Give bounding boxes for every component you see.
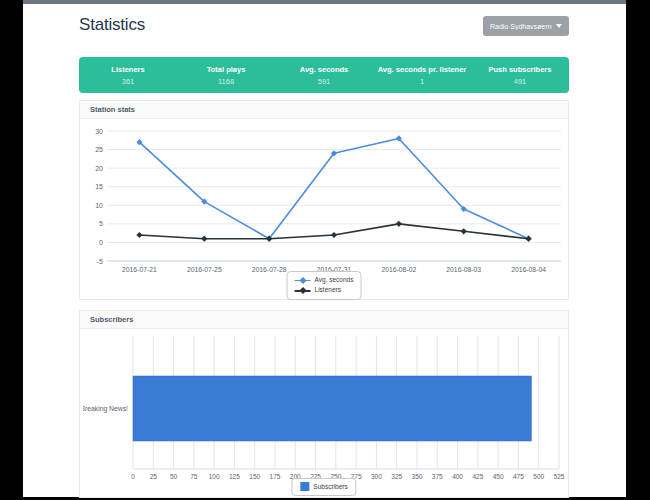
subscribers-panel-header: Subscribers <box>80 311 568 329</box>
svg-text:525: 525 <box>554 473 565 480</box>
svg-text:0: 0 <box>131 473 135 480</box>
svg-text:500: 500 <box>533 473 544 480</box>
caret-down-icon <box>556 24 562 28</box>
svg-text:2016-07-25: 2016-07-25 <box>187 266 222 273</box>
svg-text:2016-08-04: 2016-08-04 <box>511 266 546 273</box>
svg-text:Breaking News!: Breaking News! <box>83 405 128 413</box>
svg-text:0: 0 <box>99 239 103 246</box>
legend-item-avg-seconds: Avg. seconds <box>295 275 354 285</box>
stat-value: 591 <box>275 77 373 86</box>
svg-text:5: 5 <box>99 220 103 227</box>
stat-label: Total plays <box>177 65 275 74</box>
svg-text:375: 375 <box>432 473 443 480</box>
legend-item-listeners: Listeners <box>295 285 354 295</box>
bar-swatch-icon <box>300 482 309 491</box>
stat-push-subscribers: Push subscribers 491 <box>471 65 569 86</box>
line-marker-icon <box>295 287 311 294</box>
svg-text:475: 475 <box>513 473 524 480</box>
line-chart-legend: Avg. seconds Listeners <box>287 271 362 300</box>
station-stats-line-chart: 302520151050-52016-07-212016-07-252016-0… <box>83 121 565 275</box>
svg-text:300: 300 <box>371 473 382 480</box>
svg-text:25: 25 <box>95 146 103 153</box>
station-stats-panel-header: Station stats <box>80 101 568 119</box>
stat-listeners: Listeners 361 <box>79 65 177 86</box>
subscribers-bar-chart: 0255075100125150175200225250275300325350… <box>83 331 565 483</box>
legend-label: Avg. seconds <box>315 275 354 285</box>
svg-text:350: 350 <box>412 473 423 480</box>
stat-value: 361 <box>79 77 177 86</box>
station-stats-panel: Station stats 302520151050-52016-07-2120… <box>79 100 569 300</box>
svg-text:10: 10 <box>95 202 103 209</box>
svg-text:30: 30 <box>95 128 103 135</box>
svg-text:325: 325 <box>391 473 402 480</box>
svg-text:175: 175 <box>270 473 281 480</box>
stat-avg-seconds: Avg. seconds 591 <box>275 65 373 86</box>
station-selector-dropdown[interactable]: Radio Sydhavsøerne <box>483 16 569 36</box>
svg-text:2016-08-03: 2016-08-03 <box>446 266 481 273</box>
svg-text:2016-07-28: 2016-07-28 <box>252 266 287 273</box>
svg-text:75: 75 <box>190 473 198 480</box>
svg-text:150: 150 <box>249 473 260 480</box>
svg-text:2016-08-02: 2016-08-02 <box>381 266 416 273</box>
subscribers-panel: Subscribers 0255075100125150175200225250… <box>79 310 569 498</box>
stat-label: Avg. seconds pr. listener <box>373 65 471 74</box>
svg-text:125: 125 <box>229 473 240 480</box>
panel-title: Subscribers <box>90 315 133 324</box>
stat-label: Listeners <box>79 65 177 74</box>
legend-label: Listeners <box>315 285 341 295</box>
svg-text:20: 20 <box>95 165 103 172</box>
svg-text:50: 50 <box>170 473 178 480</box>
stat-label: Avg. seconds <box>275 65 373 74</box>
statistics-page: Statistics Radio Sydhavsøerne Listeners … <box>23 4 626 497</box>
svg-text:400: 400 <box>452 473 463 480</box>
svg-text:2016-07-21: 2016-07-21 <box>122 266 157 273</box>
summary-stats-bar: Listeners 361 Total plays 1168 Avg. seco… <box>79 57 569 93</box>
station-selector-label: Radio Sydhavsøerne <box>490 23 552 30</box>
stat-value: 1 <box>373 77 471 86</box>
svg-text:25: 25 <box>150 473 158 480</box>
panel-title: Station stats <box>90 105 135 114</box>
app-window: Statistics Radio Sydhavsøerne Listeners … <box>0 0 650 500</box>
svg-text:425: 425 <box>472 473 483 480</box>
svg-text:-5: -5 <box>97 258 103 265</box>
svg-text:450: 450 <box>493 473 504 480</box>
bar-chart-legend: Subscribers <box>291 478 356 496</box>
svg-text:15: 15 <box>95 183 103 190</box>
stat-value: 1168 <box>177 77 275 86</box>
svg-text:100: 100 <box>209 473 220 480</box>
stat-label: Push subscribers <box>471 65 569 74</box>
line-marker-icon <box>295 277 311 284</box>
stat-avg-seconds-per-listener: Avg. seconds pr. listener 1 <box>373 65 471 86</box>
legend-label: Subscribers <box>313 482 347 492</box>
stat-value: 491 <box>471 77 569 86</box>
page-title: Statistics <box>79 15 145 35</box>
stat-total-plays: Total plays 1168 <box>177 65 275 86</box>
